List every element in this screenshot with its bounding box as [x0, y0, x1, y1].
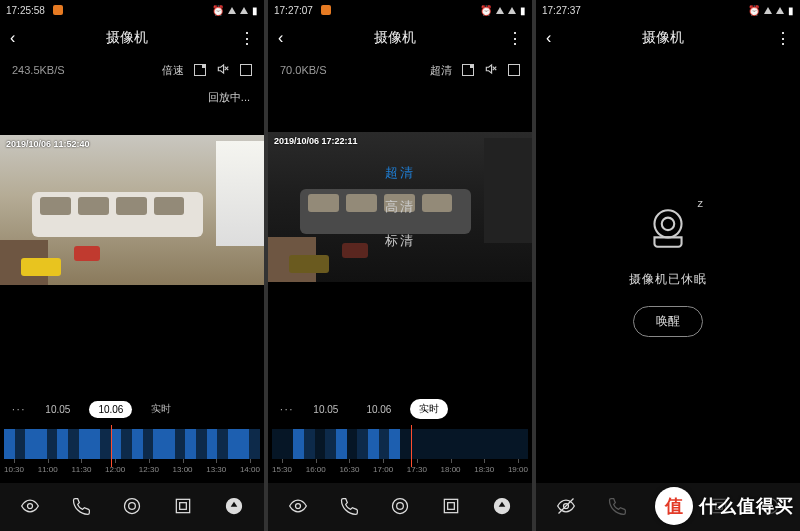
signal-icon-2	[240, 7, 248, 14]
sleep-center: z 摄像机已休眠 唤醒	[536, 56, 800, 483]
fullscreen-icon[interactable]	[240, 64, 252, 76]
svg-point-13	[397, 503, 404, 510]
svg-rect-5	[176, 499, 189, 512]
status-time: 17:27:37	[542, 5, 581, 16]
date-1005[interactable]: 10.05	[304, 401, 347, 418]
statusbar: 17:27:07 ⏰ ▮	[268, 0, 532, 20]
svg-rect-14	[444, 499, 457, 512]
panel-playback: 17:25:58 ⏰ ▮ ‹ 摄像机 ⋮ 243.5KB/S 倍速 回放中...…	[0, 0, 264, 531]
quality-uhd[interactable]: 超清	[385, 164, 415, 182]
alarm-icon: ⏰	[748, 5, 760, 16]
battery-icon: ▮	[252, 5, 258, 16]
date-1006[interactable]: 10.06	[357, 401, 400, 418]
page-title: 摄像机	[15, 29, 239, 47]
sleep-z-icon: z	[698, 197, 704, 209]
watermark-text: 什么值得买	[699, 494, 794, 518]
call-button[interactable]	[71, 496, 91, 518]
svg-point-18	[654, 210, 681, 237]
more-button[interactable]: ⋮	[239, 29, 254, 48]
quality-menu: 超清 高清 标清	[385, 164, 415, 250]
snapshot-button[interactable]	[441, 496, 461, 518]
camera-icon: z	[643, 203, 693, 253]
call-button	[607, 496, 627, 518]
view-off-button[interactable]	[556, 496, 576, 518]
svg-point-3	[124, 499, 139, 514]
ptz-button[interactable]	[224, 496, 244, 518]
timeline-playhead[interactable]	[411, 425, 412, 467]
video-area[interactable]: 2019/10/06 11:52:40	[0, 135, 264, 285]
alarm-icon: ⏰	[480, 5, 492, 16]
signal-icon	[496, 7, 504, 14]
video-area[interactable]: 2019/10/06 17:22:11 超清 高清 标清	[268, 132, 532, 282]
record-button[interactable]	[122, 496, 142, 518]
pip-icon[interactable]	[462, 64, 474, 76]
date-1005[interactable]: 10.05	[36, 401, 79, 418]
call-button[interactable]	[339, 496, 359, 518]
bitrate: 70.0KB/S	[280, 64, 326, 76]
notif-icon	[321, 5, 331, 15]
date-live[interactable]: 实时	[410, 399, 448, 419]
status-time: 17:27:07	[274, 5, 313, 16]
date-more[interactable]: ···	[12, 404, 26, 415]
signal-icon	[228, 7, 236, 14]
quality-hd[interactable]: 高清	[385, 198, 415, 216]
date-row: ··· 10.05 10.06 实时	[0, 393, 264, 425]
panel-quality: 17:27:07 ⏰ ▮ ‹ 摄像机 ⋮ 70.0KB/S 超清 2019/10…	[268, 0, 532, 531]
more-button[interactable]: ⋮	[507, 29, 522, 48]
signal-icon-2	[508, 7, 516, 14]
timeline[interactable]: 15:3016:00 16:3017:00 17:3018:00 18:3019…	[268, 425, 532, 483]
gap	[0, 285, 264, 393]
video-controls: 243.5KB/S 倍速	[0, 56, 264, 84]
snapshot-button[interactable]	[173, 496, 193, 518]
timeline[interactable]: 10:3011:00 11:3012:00 12:3013:00 13:3014…	[0, 425, 264, 483]
speed-button[interactable]: 倍速	[162, 63, 184, 78]
pip-icon[interactable]	[194, 64, 206, 76]
record-button[interactable]	[390, 496, 410, 518]
battery-icon: ▮	[788, 5, 794, 16]
sleep-message: 摄像机已休眠	[629, 271, 707, 288]
statusbar: 17:25:58 ⏰ ▮	[0, 0, 264, 20]
app-bar: ‹ 摄像机 ⋮	[0, 20, 264, 56]
status-time: 17:25:58	[6, 5, 45, 16]
date-live[interactable]: 实时	[142, 399, 180, 419]
timeline-playhead[interactable]	[111, 425, 112, 467]
svg-rect-15	[448, 503, 455, 510]
date-1006[interactable]: 10.06	[89, 401, 132, 418]
svg-point-12	[392, 499, 407, 514]
date-row: ··· 10.05 10.06 实时	[268, 393, 532, 425]
notif-icon	[53, 5, 63, 15]
ptz-button[interactable]	[492, 496, 512, 518]
svg-point-19	[662, 217, 675, 230]
view-button[interactable]	[288, 496, 308, 518]
mute-icon[interactable]	[484, 62, 498, 78]
fullscreen-icon[interactable]	[508, 64, 520, 76]
watermark: 值 什么值得买	[655, 487, 794, 525]
wake-button[interactable]: 唤醒	[633, 306, 703, 337]
svg-point-4	[129, 503, 136, 510]
page-title: 摄像机	[551, 29, 775, 47]
bottom-toolbar	[268, 483, 532, 531]
signal-icon-2	[776, 7, 784, 14]
svg-rect-6	[180, 503, 187, 510]
svg-point-11	[295, 504, 300, 509]
video-controls: 70.0KB/S 超清	[268, 56, 532, 84]
panel-sleep: 17:27:37 ⏰ ▮ ‹ 摄像机 ⋮ z 摄像机已休眠 唤醒	[536, 0, 800, 531]
video-timestamp: 2019/10/06 17:22:11	[274, 136, 358, 146]
app-bar: ‹ 摄像机 ⋮	[268, 20, 532, 56]
quality-sd[interactable]: 标清	[385, 232, 415, 250]
bitrate: 243.5KB/S	[12, 64, 65, 76]
date-more[interactable]: ···	[280, 404, 294, 415]
page-title: 摄像机	[283, 29, 507, 47]
timeline-ticks: 10:3011:00 11:3012:00 12:3013:00 13:3014…	[4, 465, 260, 483]
quality-button[interactable]: 超清	[430, 63, 452, 78]
more-button[interactable]: ⋮	[775, 29, 790, 48]
view-button[interactable]	[20, 496, 40, 518]
status-line: 回放中...	[0, 84, 264, 111]
app-bar: ‹ 摄像机 ⋮	[536, 20, 800, 56]
video-timestamp: 2019/10/06 11:52:40	[6, 139, 90, 149]
alarm-icon: ⏰	[212, 5, 224, 16]
signal-icon	[764, 7, 772, 14]
bottom-toolbar	[0, 483, 264, 531]
mute-icon[interactable]	[216, 62, 230, 78]
watermark-logo: 值	[655, 487, 693, 525]
